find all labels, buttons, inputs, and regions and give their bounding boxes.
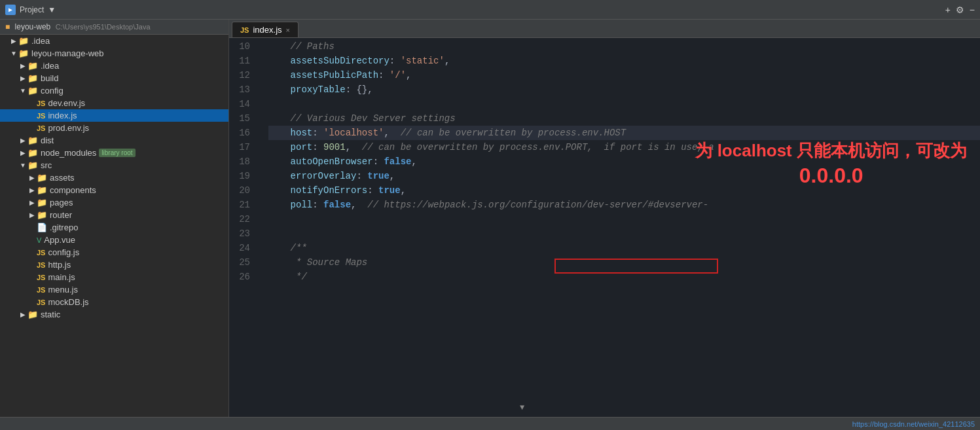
tree-arrow-router[interactable]: ▶ [27,211,37,219]
tree-arrow-idea-root[interactable]: ▶ [9,37,18,45]
folder-icon-leyou-manage-web: 📁 [18,48,29,58]
sidebar-item-idea-root[interactable]: ▶📁.idea [0,35,228,47]
tab-js-icon: JS [240,26,249,34]
line-num-23: 23 [229,226,257,241]
sidebar-item-app-vue[interactable]: VApp.vue [0,234,228,246]
tree-arrow-leyou-manage-web[interactable]: ▼ [9,50,18,57]
sidebar-item-config-js[interactable]: JSconfig.js [0,246,228,259]
title-project-label: Project [20,5,44,14]
tree-arrow-components[interactable]: ▶ [27,187,37,194]
sidebar-item-static[interactable]: ▶📁static [0,308,228,321]
tree-arrow-src[interactable]: ▼ [18,162,27,169]
item-label-config: config [41,86,64,96]
sidebar-item-dev-env[interactable]: JSdev.env.js [0,97,228,109]
item-label-dev-env: dev.env.js [48,98,85,108]
folder-icon-src: 📁 [27,160,38,170]
js-icon-config-js: JS [37,249,45,257]
tab-close-icon[interactable]: × [286,26,290,34]
line-num-10: 10 [229,39,257,54]
item-label-mockdb-js: mockDB.js [48,297,88,307]
js-icon-prod-env: JS [37,124,45,132]
add-button[interactable]: + [945,5,951,15]
code-container: 1011121314151617181920212223242526 // Pa… [229,38,980,417]
sidebar-item-http-js[interactable]: JShttp.js [0,259,228,271]
editor-area: 1011121314151617181920212223242526 // Pa… [229,38,980,417]
sidebar-item-config[interactable]: ▼📁config [0,84,228,97]
main-layout: ■ leyou-web C:\Users\ys951\Desktop\Java … [0,20,980,417]
js-icon-menu-js: JS [37,286,45,294]
code-line-16: host: 'localhost', // can be overwritten… [268,126,980,140]
sidebar-item-main-js[interactable]: JSmain.js [0,271,228,283]
code-line-21: poll: false, // https://webpack.js.org/c… [268,198,980,212]
folder-icon-build: 📁 [27,73,38,83]
line-num-19: 19 [229,169,257,183]
item-label-pages: pages [50,198,73,207]
code-line-13: proxyTable: {}, [268,82,980,97]
settings-icon[interactable]: ⚙ [956,5,964,15]
code-line-24: /** [268,241,980,255]
js-icon-mockdb-js: JS [37,298,45,306]
item-label-leyou-manage-web: leyou-manage-web [31,48,104,58]
code-line-20: notifyOnErrors: true, [268,183,980,198]
line-num-15: 15 [229,111,257,126]
line-num-24: 24 [229,241,257,255]
tree-arrow-idea-sub[interactable]: ▶ [18,62,27,69]
sidebar-item-menu-js[interactable]: JSmenu.js [0,283,228,296]
item-label-app-vue: App.vue [44,235,75,245]
item-label-gitrepo: .gitrepo [50,223,78,232]
minimize-button[interactable]: − [970,5,975,15]
sidebar-item-prod-env[interactable]: JSprod.env.js [0,122,228,134]
sidebar-item-leyou-manage-web[interactable]: ▼📁leyou-manage-web [0,47,228,60]
item-label-router: router [50,210,72,220]
code-line-15: // Various Dev Server settings [268,111,980,126]
tab-bar: JS index.js × [229,20,980,38]
tree-arrow-pages[interactable]: ▶ [27,199,37,206]
sidebar-tree: ▶📁.idea▼📁leyou-manage-web▶📁.idea▶📁build▼… [0,35,228,417]
badge-node-modules: library root [99,149,135,157]
code-line-17: port: 9001, // can be overwritten by pro… [268,140,980,154]
sidebar-item-pages[interactable]: ▶📁pages [0,196,228,209]
code-line-18: autoOpenBrowser: false, [268,154,980,169]
sidebar: ■ leyou-web C:\Users\ys951\Desktop\Java … [0,20,229,417]
folder-icon-idea-root: 📁 [18,36,29,46]
sidebar-item-idea-sub[interactable]: ▶📁.idea [0,60,228,72]
item-label-config-js: config.js [48,247,79,257]
sidebar-item-build[interactable]: ▶📁build [0,72,228,84]
folder-icon-pages: 📁 [37,198,47,207]
code-content[interactable]: // Paths assetsSubDirectory: 'static', a… [262,38,980,417]
sidebar-root-label: ■ leyou-web C:\Users\ys951\Desktop\Java [5,22,151,31]
editor-panel: JS index.js × 10111213141516171819202122… [229,20,980,417]
sidebar-item-mockdb-js[interactable]: JSmockDB.js [0,296,228,308]
sidebar-item-gitrepo[interactable]: 📄.gitrepo [0,221,228,234]
item-label-components: components [50,185,96,195]
tree-arrow-config[interactable]: ▼ [18,87,27,94]
code-line-25: * Source Maps [268,255,980,270]
title-bar: ▶ Project ▼ + ⚙ − [0,0,980,20]
tree-arrow-node-modules[interactable]: ▶ [18,149,27,156]
sidebar-item-node-modules[interactable]: ▶📁node_moduleslibrary root [0,147,228,159]
tab-index-js[interactable]: JS index.js × [232,22,299,37]
tree-arrow-build[interactable]: ▶ [18,75,27,82]
code-line-11: assetsSubDirectory: 'static', [268,54,980,68]
sidebar-item-router[interactable]: ▶📁router [0,209,228,221]
js-icon-http-js: JS [37,261,45,269]
sidebar-item-assets[interactable]: ▶📁assets [0,171,228,184]
code-line-22 [268,212,980,226]
sidebar-item-components[interactable]: ▶📁components [0,184,228,196]
title-arrow: ▼ [48,5,56,14]
folder-icon-components: 📁 [37,185,47,195]
sidebar-item-dist[interactable]: ▶📁dist [0,134,228,147]
sidebar-item-index-js[interactable]: JSindex.js [0,109,228,122]
csdn-url[interactable]: https://blog.csdn.net/weixin_42112635 [852,420,975,428]
code-line-14 [268,97,980,111]
tree-arrow-static[interactable]: ▶ [18,311,27,318]
fold-indicator[interactable]: ▼ [520,403,524,412]
code-line-12: assetsPublicPath: '/', [268,68,980,82]
item-label-build: build [41,73,58,83]
tree-arrow-dist[interactable]: ▶ [18,137,27,144]
tree-arrow-assets[interactable]: ▶ [27,174,37,181]
item-label-node-modules: node_modules [41,148,96,158]
folder-icon-static: 📁 [27,310,38,319]
item-label-src: src [41,160,52,170]
sidebar-item-src[interactable]: ▼📁src [0,159,228,171]
